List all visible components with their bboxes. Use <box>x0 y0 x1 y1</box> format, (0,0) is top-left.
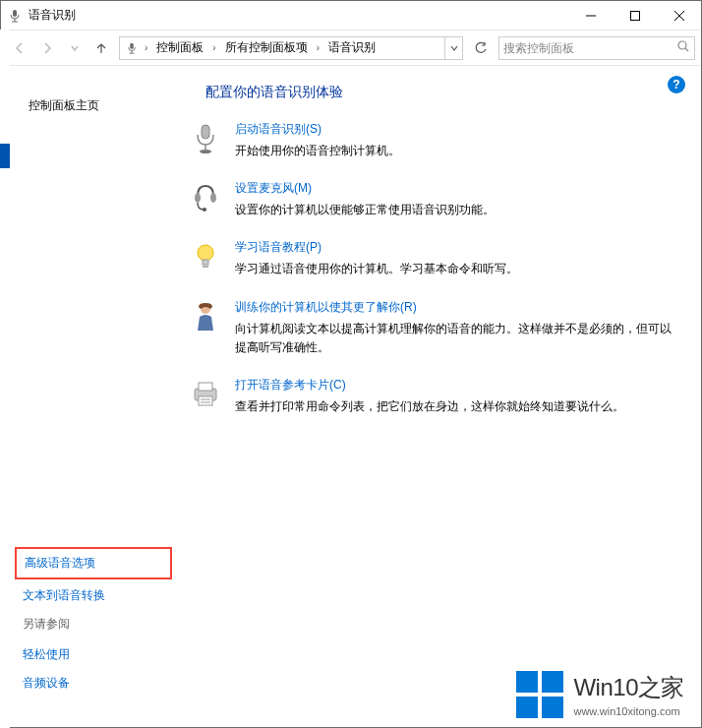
option-link[interactable]: 学习语音教程(P) <box>235 239 677 260</box>
option-setup-mic: 设置麦克风(M) 设置你的计算机以便能够正常使用语音识别功能。 <box>188 174 677 233</box>
windows-logo-icon <box>516 671 563 718</box>
svg-rect-24 <box>199 396 212 405</box>
svg-point-10 <box>678 41 686 49</box>
option-body: 启动语音识别(S) 开始使用你的语音控制计算机。 <box>235 121 677 160</box>
sidebar-text-to-speech[interactable]: 文本到语音转换 <box>19 581 168 610</box>
svg-rect-7 <box>130 42 133 48</box>
chevron-right-icon[interactable]: › <box>210 42 217 53</box>
search-icon <box>676 39 690 56</box>
printer-icon <box>188 377 223 416</box>
option-desc: 向计算机阅读文本以提高计算机理解你的语音的能力。这样做并不是必须的，但可以提高听… <box>235 320 677 357</box>
option-body: 训练你的计算机以使其更了解你(R) 向计算机阅读文本以提高计算机理解你的语音的能… <box>235 299 677 357</box>
recent-dropdown[interactable] <box>62 35 88 61</box>
svg-rect-4 <box>630 11 639 20</box>
title-bar: 语音识别 <box>1 1 701 30</box>
svg-rect-0 <box>13 10 17 17</box>
breadcrumb-segment[interactable]: 控制面板 <box>152 37 207 58</box>
svg-line-11 <box>685 48 688 51</box>
breadcrumb-segment[interactable]: 语音识别 <box>324 37 380 58</box>
person-icon <box>188 299 223 357</box>
maximize-button[interactable] <box>613 1 657 30</box>
minimize-button[interactable] <box>568 1 613 30</box>
sidebar: 控制面板主页 高级语音选项 文本到语音转换 另请参阅 轻松使用 音频设备 <box>1 66 178 727</box>
content-area: 控制面板主页 高级语音选项 文本到语音转换 另请参阅 轻松使用 音频设备 ? 配… <box>1 66 701 727</box>
svg-rect-12 <box>202 125 209 139</box>
nav-bar: › 控制面板 › 所有控制面板项 › 语音识别 <box>1 30 701 66</box>
option-list: 启动语音识别(S) 开始使用你的语音控制计算机。 设置麦克风(M) 设置你的计算… <box>188 115 677 430</box>
forward-button[interactable] <box>34 35 60 61</box>
sidebar-advanced-speech[interactable]: 高级语音选项 <box>15 547 172 579</box>
svg-point-16 <box>210 193 216 203</box>
sidebar-home-link[interactable]: 控制面板主页 <box>19 84 168 545</box>
search-box[interactable] <box>498 36 695 60</box>
chevron-right-icon[interactable]: › <box>143 42 149 53</box>
see-also-title: 另请参阅 <box>19 610 168 640</box>
chevron-right-icon[interactable]: › <box>315 42 322 53</box>
option-link[interactable]: 训练你的计算机以使其更了解你(R) <box>235 299 677 320</box>
lightbulb-icon <box>188 239 223 278</box>
main-panel: ? 配置你的语音识别体验 启动语音识别(S) 开始使用你的语音控制计算机。 <box>178 66 701 727</box>
headset-icon <box>188 180 223 219</box>
watermark: Win10之家 www.win10xitong.com <box>516 671 684 718</box>
see-also-audio-devices[interactable]: 音频设备 <box>19 669 168 698</box>
svg-point-15 <box>195 193 201 203</box>
option-link[interactable]: 启动语音识别(S) <box>235 121 677 142</box>
option-desc: 开始使用你的语音控制计算机。 <box>235 142 677 160</box>
window-controls <box>568 1 701 30</box>
option-start-speech: 启动语音识别(S) 开始使用你的语音控制计算机。 <box>188 115 677 174</box>
option-link[interactable]: 打开语音参考卡片(C) <box>235 377 677 397</box>
speech-icon <box>124 40 140 56</box>
left-edge-decoration <box>0 30 10 728</box>
option-body: 学习语音教程(P) 学习通过语音使用你的计算机。学习基本命令和听写。 <box>235 239 677 278</box>
svg-point-18 <box>198 245 213 261</box>
help-icon[interactable]: ? <box>668 76 685 93</box>
option-desc: 学习通过语音使用你的计算机。学习基本命令和听写。 <box>235 260 677 278</box>
refresh-button[interactable] <box>469 36 493 60</box>
microphone-icon <box>188 121 223 160</box>
page-title: 配置你的语音识别体验 <box>188 80 677 115</box>
breadcrumb-segment[interactable]: 所有控制面板项 <box>221 37 312 58</box>
option-body: 设置麦克风(M) 设置你的计算机以便能够正常使用语音识别功能。 <box>235 180 677 219</box>
watermark-brand: Win10之家 <box>573 672 684 703</box>
up-button[interactable] <box>89 36 113 60</box>
see-also-section: 另请参阅 轻松使用 音频设备 <box>19 610 168 717</box>
see-also-ease-of-access[interactable]: 轻松使用 <box>19 640 168 669</box>
option-link[interactable]: 设置麦克风(M) <box>235 180 677 201</box>
svg-rect-19 <box>203 260 208 265</box>
breadcrumb-dropdown[interactable] <box>444 37 462 59</box>
search-input[interactable] <box>503 41 676 55</box>
option-body: 打开语音参考卡片(C) 查看并打印常用命令列表，把它们放在身边，这样你就始终知道… <box>235 377 677 416</box>
option-desc: 查看并打印常用命令列表，把它们放在身边，这样你就始终知道要说什么。 <box>235 397 677 416</box>
window-title: 语音识别 <box>29 7 76 24</box>
breadcrumb[interactable]: › 控制面板 › 所有控制面板项 › 语音识别 <box>119 36 463 60</box>
close-button[interactable] <box>657 1 701 30</box>
window: 语音识别 › 控制面板 › 所有控制面板项 › 语音识别 <box>0 0 702 728</box>
option-reference-card: 打开语音参考卡片(C) 查看并打印常用命令列表，把它们放在身边，这样你就始终知道… <box>188 371 677 430</box>
speech-icon <box>7 8 23 24</box>
option-desc: 设置你的计算机以便能够正常使用语音识别功能。 <box>235 201 677 219</box>
watermark-url: www.win10xitong.com <box>573 705 684 717</box>
back-button[interactable] <box>7 35 32 61</box>
option-tutorial: 学习语音教程(P) 学习通过语音使用你的计算机。学习基本命令和听写。 <box>188 233 677 292</box>
svg-point-14 <box>200 150 211 153</box>
option-train: 训练你的计算机以使其更了解你(R) 向计算机阅读文本以提高计算机理解你的语音的能… <box>188 293 677 371</box>
svg-rect-23 <box>199 383 212 391</box>
svg-point-17 <box>203 208 206 212</box>
